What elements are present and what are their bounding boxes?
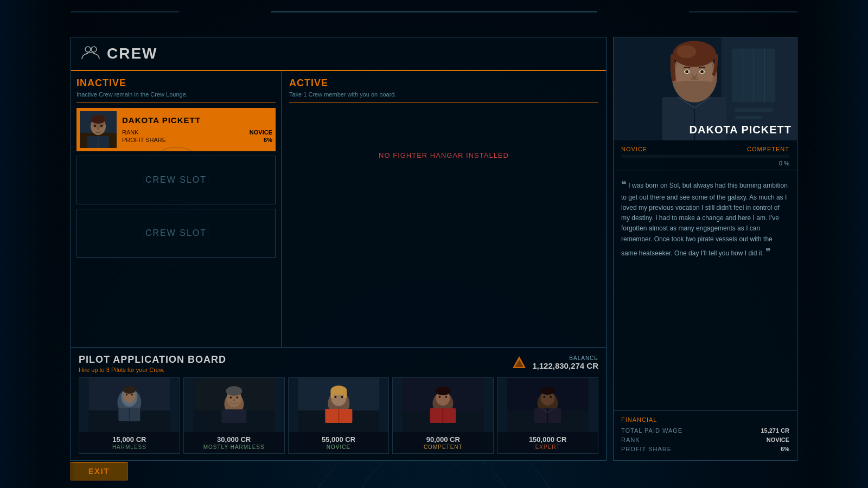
pilot-portrait-2 bbox=[184, 378, 284, 432]
pilot-card-info-2: 30,000 CR MOSTLY HARMLESS bbox=[184, 432, 284, 453]
crew-stat-profit: PROFIT SHARE 6% bbox=[122, 137, 272, 143]
svg-point-0 bbox=[85, 47, 91, 52]
pilot-card-5[interactable]: 150,000 CR EXPERT bbox=[497, 377, 598, 454]
crew-name: DAKOTA PICKETT bbox=[122, 115, 272, 125]
rank-bar-bg bbox=[621, 155, 789, 158]
svg-rect-37 bbox=[343, 390, 347, 398]
pilot-card-info-1: 15,000 CR HARMLESS bbox=[79, 432, 180, 453]
pilot-board-header: PILOT APPLICATION BOARD Hire up to 3 Pil… bbox=[79, 354, 598, 373]
pilot-rank-1: HARMLESS bbox=[81, 444, 177, 450]
pilot-application-board: PILOT APPLICATION BOARD Hire up to 3 Pil… bbox=[71, 347, 606, 460]
inactive-label: INACTIVE bbox=[76, 78, 276, 89]
balance-area: BALANCE 1,122,830,274 CR bbox=[510, 354, 598, 371]
svg-point-41 bbox=[341, 396, 343, 398]
rank-labels: NOVICE COMPETENT bbox=[621, 146, 789, 152]
inactive-column: INACTIVE Inactive Crew remain in the Cre… bbox=[71, 71, 282, 347]
pilot-card-3[interactable]: 55,000 CR NOVICE bbox=[288, 377, 390, 454]
rank-label: RANK bbox=[122, 129, 139, 136]
financial-row-rank: RANK NOVICE bbox=[621, 436, 789, 443]
top-side-bar-left bbox=[71, 11, 179, 12]
bio-content: I was born on Sol, but always had this b… bbox=[621, 182, 788, 257]
pilots-row: 15,000 CR HARMLESS bbox=[79, 377, 598, 454]
pilot-cost-3: 55,000 CR bbox=[291, 435, 387, 444]
pilot-portrait-1 bbox=[79, 378, 180, 432]
svg-rect-36 bbox=[330, 390, 334, 398]
bio-text: ❝ I was born on Sol, but always had this… bbox=[621, 177, 789, 260]
svg-point-82 bbox=[705, 77, 714, 82]
svg-point-1 bbox=[91, 47, 97, 52]
active-column: ACTIVE Take 1 Crew member with you on bo… bbox=[282, 71, 606, 347]
fin-profit-value: 6% bbox=[781, 446, 789, 452]
pilot-card-4[interactable]: 90,000 CR COMPETENT bbox=[392, 377, 494, 454]
pilot-cost-4: 90,000 CR bbox=[395, 435, 491, 444]
panel-title: CREW bbox=[107, 45, 158, 62]
top-side-bar-right bbox=[689, 11, 797, 12]
pilot-portrait-4 bbox=[393, 378, 493, 432]
pilot-portrait-5 bbox=[497, 378, 598, 432]
bio-section: ❝ I was born on Sol, but always had this… bbox=[614, 170, 797, 410]
top-center-bar bbox=[271, 11, 597, 12]
quote-close: ❞ bbox=[765, 247, 771, 258]
crew-slot-label-2: CREW SLOT bbox=[145, 228, 207, 238]
svg-point-9 bbox=[94, 125, 96, 127]
profit-value: 6% bbox=[264, 137, 272, 143]
svg-rect-28 bbox=[221, 409, 246, 423]
crew-slot-label-1: CREW SLOT bbox=[145, 175, 207, 185]
fin-rank-key: RANK bbox=[621, 436, 640, 443]
svg-point-58 bbox=[544, 396, 546, 398]
pilot-card-1[interactable]: 15,000 CR HARMLESS bbox=[79, 377, 180, 454]
main-container: CREW INACTIVE Inactive Crew remain in th… bbox=[71, 37, 797, 461]
crew-card-dakota[interactable]: DAKOTA PICKETT RANK NOVICE PROFIT SHARE … bbox=[76, 108, 276, 151]
rank-min-label: NOVICE bbox=[621, 146, 647, 152]
balance-icon bbox=[510, 354, 528, 371]
svg-point-20 bbox=[123, 386, 136, 394]
crew-avatar-dakota bbox=[80, 111, 117, 148]
wage-key: TOTAL PAID WAGE bbox=[621, 427, 682, 434]
svg-point-40 bbox=[334, 396, 336, 398]
balance-value: 1,122,830,274 CR bbox=[532, 361, 598, 370]
fin-profit-key: PROFIT SHARE bbox=[621, 446, 672, 452]
left-panel: CREW INACTIVE Inactive Crew remain in th… bbox=[71, 37, 607, 461]
pilot-card-info-3: 55,000 CR NOVICE bbox=[289, 432, 389, 453]
active-sublabel: Take 1 Crew member with you on board. bbox=[289, 91, 598, 102]
corridor-left bbox=[0, 0, 76, 488]
svg-rect-67 bbox=[735, 116, 762, 119]
rank-max-label: COMPETENT bbox=[747, 146, 789, 152]
rank-bar-section: NOVICE COMPETENT 0 % bbox=[614, 140, 797, 170]
svg-point-59 bbox=[550, 396, 552, 398]
panel-header: CREW bbox=[71, 37, 606, 71]
svg-point-29 bbox=[229, 396, 232, 399]
svg-point-30 bbox=[236, 396, 238, 399]
crew-slot-1[interactable]: CREW SLOT bbox=[76, 156, 276, 204]
pilot-rank-5: EXPERT bbox=[500, 444, 596, 450]
svg-point-55 bbox=[541, 387, 555, 395]
pilot-rank-3: NOVICE bbox=[291, 444, 387, 450]
pilot-board-subtitle: Hire up to 3 Pilots for your Crew. bbox=[79, 367, 226, 373]
crew-body: INACTIVE Inactive Crew remain in the Cre… bbox=[71, 71, 606, 347]
fin-rank-value: NOVICE bbox=[767, 436, 789, 443]
wage-value: 15,271 CR bbox=[761, 427, 789, 434]
pilot-card-info-5: 150,000 CR EXPERT bbox=[497, 432, 598, 453]
crew-slot-2[interactable]: CREW SLOT bbox=[76, 209, 276, 258]
quote-open: ❝ bbox=[621, 179, 627, 190]
pilot-rank-4: COMPETENT bbox=[395, 444, 491, 450]
corridor-right bbox=[792, 0, 868, 488]
svg-point-50 bbox=[445, 396, 448, 398]
rank-pct: 0 % bbox=[621, 160, 789, 166]
pilot-card-2[interactable]: 30,000 CR MOSTLY HARMLESS bbox=[183, 377, 285, 454]
pilot-cost-1: 15,000 CR bbox=[81, 435, 177, 444]
svg-point-78 bbox=[700, 70, 704, 73]
pilot-portrait-3 bbox=[289, 378, 389, 432]
svg-point-22 bbox=[131, 394, 133, 396]
svg-point-21 bbox=[126, 394, 127, 396]
pilot-cost-5: 150,000 CR bbox=[500, 435, 596, 444]
inactive-sublabel: Inactive Crew remain in the Crew Lounge. bbox=[76, 91, 276, 102]
svg-point-27 bbox=[226, 386, 242, 396]
crew-stat-rank: RANK NOVICE bbox=[122, 129, 272, 136]
svg-point-81 bbox=[675, 77, 684, 82]
crew-info-dakota: DAKOTA PICKETT RANK NOVICE PROFIT SHARE … bbox=[122, 115, 272, 144]
financial-section: FINANCIAL TOTAL PAID WAGE 15,271 CR RANK… bbox=[614, 410, 797, 460]
financial-label: FINANCIAL bbox=[621, 416, 789, 423]
pilot-rank-2: MOSTLY HARMLESS bbox=[186, 444, 282, 450]
right-panel: DAKOTA PICKETT NOVICE COMPETENT 0 % ❝ I … bbox=[613, 37, 797, 461]
